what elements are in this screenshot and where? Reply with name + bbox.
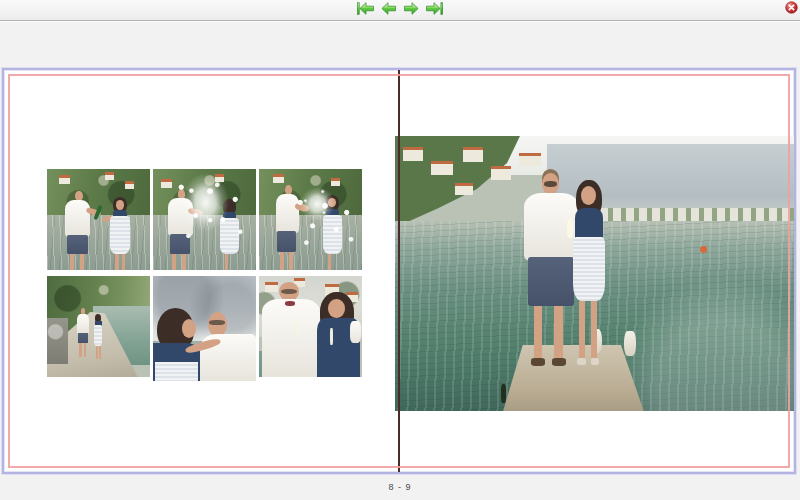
denim-shorts [528, 257, 574, 305]
page-number-label: 8 - 9 [0, 482, 800, 492]
photo-couple-embracing[interactable] [153, 276, 256, 381]
striped-dress [110, 216, 130, 254]
leg [534, 306, 542, 360]
striped-dress [573, 237, 605, 302]
face [581, 186, 596, 205]
arrow-left-icon [381, 1, 397, 19]
champagne-glass [567, 219, 573, 238]
app-root: { "toolbar": { "buttons": [ { "id": "fir… [0, 0, 800, 500]
house [403, 147, 423, 161]
shorts [67, 235, 87, 254]
leg [84, 343, 86, 357]
leg [99, 346, 101, 358]
house [105, 172, 114, 180]
sandal [577, 358, 586, 365]
leg [79, 343, 81, 357]
album-spread-pages-8-9 [2, 68, 796, 474]
house [491, 166, 511, 180]
house [519, 153, 541, 167]
photo-champagne-spray-burst[interactable] [153, 169, 256, 270]
page-navigation [357, 0, 444, 20]
person-woman-pier [569, 180, 613, 370]
spine-gutter-line [398, 70, 400, 472]
glasses [209, 320, 225, 325]
photo-champagne-opening[interactable] [47, 169, 150, 270]
face [182, 319, 196, 338]
sandal [591, 358, 600, 365]
last-page-button[interactable] [426, 3, 444, 18]
photo-champagne-spray-arc[interactable] [259, 169, 362, 270]
photo-couple-walking[interactable] [47, 276, 150, 377]
sandal [552, 358, 566, 366]
champagne-drops [294, 189, 356, 256]
rocks [47, 318, 68, 363]
champagne-drops [174, 171, 246, 252]
leg [96, 346, 98, 358]
house [273, 174, 283, 183]
leg [579, 301, 585, 358]
white-polo [65, 200, 90, 237]
leg [554, 306, 562, 360]
person-man-portrait [259, 282, 323, 377]
champagne-glass [296, 318, 299, 333]
leg [289, 252, 293, 270]
white-polo [262, 299, 321, 377]
arrow-bar-left-icon [357, 1, 375, 19]
workspace [0, 21, 800, 500]
leg [122, 254, 125, 270]
person-man-closeup [200, 312, 256, 381]
person-man [63, 191, 94, 270]
first-page-button[interactable] [357, 3, 375, 18]
glasses [544, 181, 557, 187]
close-button[interactable] [785, 1, 798, 14]
collar-trim [285, 301, 295, 306]
leg [280, 252, 284, 270]
person-man-small [76, 308, 90, 356]
navy-top [575, 208, 603, 240]
leg [182, 254, 186, 270]
house [161, 179, 171, 188]
house [59, 175, 69, 184]
leg [70, 254, 74, 270]
champagne-bottle [501, 384, 506, 403]
arrow-right-icon [404, 1, 420, 19]
sandal [531, 358, 545, 366]
leg [115, 254, 118, 270]
bollard [624, 331, 636, 356]
photo-couple-on-pier-large[interactable] [395, 136, 794, 411]
white-sleeve [350, 321, 361, 343]
leg [172, 254, 176, 270]
house [431, 161, 453, 175]
leg [591, 301, 597, 358]
leg [80, 254, 84, 270]
champagne-flute [330, 328, 333, 345]
face [328, 299, 344, 318]
leg [328, 254, 331, 270]
house [463, 147, 483, 162]
house [455, 183, 473, 195]
previous-page-button[interactable] [380, 3, 398, 18]
next-page-button[interactable] [403, 3, 421, 18]
person-woman [107, 197, 136, 270]
head [116, 200, 124, 209]
close-icon [785, 2, 798, 17]
white-polo [77, 314, 89, 333]
arrow-bar-right-icon [426, 1, 444, 19]
house [331, 178, 340, 186]
person-woman-small [92, 314, 104, 358]
striped-dress [94, 325, 102, 346]
house [125, 181, 133, 189]
photo-couple-toasting[interactable] [259, 276, 362, 377]
toolbar [0, 0, 800, 21]
striped-dress [155, 362, 198, 381]
person-woman-portrait [317, 292, 362, 377]
leg [225, 254, 228, 270]
shorts [78, 333, 88, 344]
